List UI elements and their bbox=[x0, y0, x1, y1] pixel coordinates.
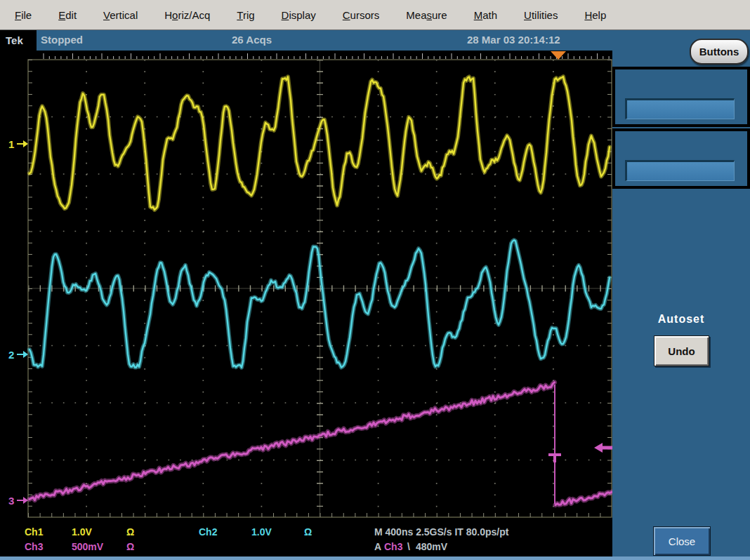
trigger-position-icon bbox=[551, 51, 566, 60]
panel-field-1[interactable] bbox=[625, 98, 735, 119]
menu-item-cursors[interactable]: Cursors bbox=[329, 9, 393, 21]
undo-button[interactable]: Undo bbox=[654, 335, 709, 366]
menu-item-math[interactable]: Math bbox=[461, 9, 511, 21]
ch2-scale-readout: 1.0V bbox=[251, 526, 272, 538]
ch1-scale-readout: 1.0V bbox=[72, 526, 92, 538]
datetime: 28 Mar 03 20:14:12 bbox=[467, 34, 560, 46]
waveform-area: 123 bbox=[0, 51, 612, 524]
menu-item-edit[interactable]: Edit bbox=[45, 9, 90, 21]
acquisition-count: 26 Acqs bbox=[232, 34, 272, 46]
ch3-label: Ch3 bbox=[25, 541, 43, 552]
trigger-mode-readout: A bbox=[374, 541, 381, 552]
menu-item-trig[interactable]: Trig bbox=[223, 9, 268, 21]
menu-panel-2 bbox=[612, 128, 750, 189]
side-panel: Autoset Undo Close bbox=[612, 51, 750, 560]
ch1-reference-marker: 1 bbox=[8, 138, 28, 150]
trigger-t-marker bbox=[548, 453, 561, 462]
trigger-source-readout: Ch3 bbox=[384, 541, 402, 552]
svg-text:2: 2 bbox=[8, 349, 14, 361]
trigger-level-arrow-icon bbox=[594, 443, 612, 453]
buttons-button[interactable]: Buttons bbox=[690, 39, 749, 65]
svg-text:1: 1 bbox=[8, 138, 14, 150]
ch3-reference-marker: 3 bbox=[8, 495, 28, 507]
menu-item-display[interactable]: Display bbox=[268, 9, 329, 21]
autoset-label: Autoset bbox=[612, 313, 750, 326]
menu-item-help[interactable]: Help bbox=[571, 9, 619, 21]
readout-bar: Ch1 1.0V Ω Ch2 1.0V Ω M 400ns 2.5GS/s IT… bbox=[0, 524, 612, 556]
trigger-slope-icon: \ bbox=[407, 541, 410, 552]
close-button[interactable]: Close bbox=[653, 526, 711, 556]
ch3-scale-readout: 500mV bbox=[72, 541, 103, 552]
oscilloscope-screen: FileEditVerticalHoriz/AcqTrigDisplayCurs… bbox=[0, 0, 750, 560]
ch1-coupling-icon: Ω bbox=[126, 526, 134, 538]
bottom-edge bbox=[0, 556, 750, 560]
menu-item-file[interactable]: File bbox=[1, 9, 45, 21]
horizontal-position-ruler bbox=[44, 51, 609, 60]
menu-bar: FileEditVerticalHoriz/AcqTrigDisplayCurs… bbox=[0, 0, 750, 30]
trace-ch3 bbox=[29, 382, 612, 505]
menu-panel-1 bbox=[612, 67, 750, 127]
ch2-reference-marker: 2 bbox=[8, 349, 28, 361]
status-bar: Tek Stopped 26 Acqs 28 Mar 03 20:14:12 bbox=[0, 30, 750, 51]
timebase-readout: M 400ns 2.5GS/s IT 80.0ps/pt bbox=[374, 526, 508, 538]
menu-item-utilities[interactable]: Utilities bbox=[511, 9, 571, 21]
panel-field-2[interactable] bbox=[625, 160, 735, 181]
menu-item-vertical[interactable]: Vertical bbox=[90, 9, 151, 21]
scope-display: 123 bbox=[0, 51, 612, 524]
trigger-level-readout: 480mV bbox=[416, 541, 447, 552]
ch2-coupling-icon: Ω bbox=[304, 526, 312, 538]
svg-text:3: 3 bbox=[8, 495, 14, 507]
acquisition-status: Stopped bbox=[41, 34, 83, 46]
tek-logo: Tek bbox=[0, 30, 37, 51]
menu-item-horiz-acq[interactable]: Horiz/Acq bbox=[151, 9, 223, 21]
ch1-label: Ch1 bbox=[25, 526, 43, 538]
ch3-coupling-icon: Ω bbox=[126, 541, 134, 552]
ch2-label: Ch2 bbox=[199, 526, 217, 538]
menu-item-measure[interactable]: Measure bbox=[393, 9, 460, 21]
